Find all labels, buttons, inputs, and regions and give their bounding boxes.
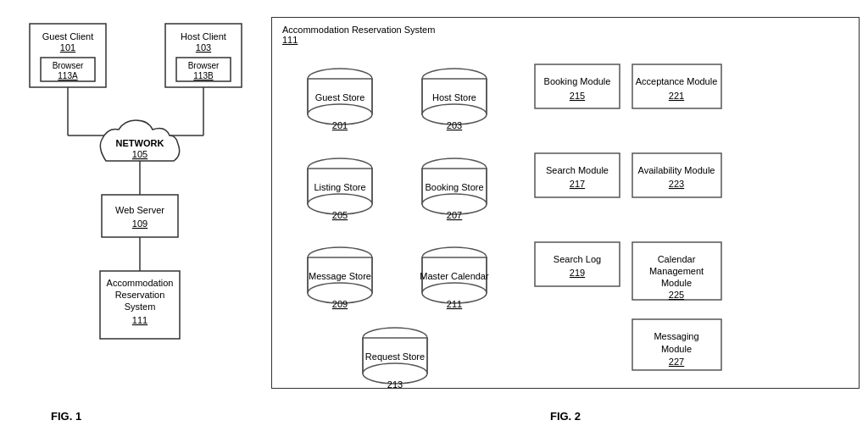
fig2-section: Accommodation Reservation System 111 Gue… (271, 8, 860, 440)
svg-text:Browser: Browser (53, 61, 84, 70)
svg-text:205: 205 (332, 210, 348, 220)
fig2-svg: Guest Store 201 Host Store 203 Listing S… (272, 18, 859, 388)
fig2-outer-box: Accommodation Reservation System 111 Gue… (271, 17, 860, 389)
svg-text:223: 223 (669, 179, 684, 189)
svg-text:Search Log: Search Log (554, 254, 601, 264)
svg-text:217: 217 (570, 179, 585, 189)
svg-text:209: 209 (332, 299, 348, 309)
fig1-label: FIG. 1 (51, 410, 81, 423)
svg-text:113B: 113B (193, 71, 214, 80)
svg-text:211: 211 (447, 299, 462, 309)
svg-rect-80 (632, 64, 721, 108)
svg-text:105: 105 (132, 149, 147, 159)
svg-text:Management: Management (649, 266, 704, 276)
svg-text:213: 213 (387, 379, 403, 388)
svg-text:101: 101 (60, 42, 75, 53)
svg-text:215: 215 (570, 91, 585, 101)
diagram-container: Guest Client 101 Browser 113A Host Clien… (0, 0, 868, 448)
svg-text:Guest Store: Guest Store (315, 92, 365, 102)
svg-rect-77 (535, 64, 620, 108)
svg-text:103: 103 (196, 42, 211, 53)
svg-text:201: 201 (332, 120, 348, 130)
svg-text:Module: Module (661, 344, 692, 354)
svg-rect-19 (102, 195, 178, 237)
svg-rect-86 (632, 153, 721, 197)
svg-text:Messaging: Messaging (654, 331, 698, 341)
svg-text:113A: 113A (58, 71, 78, 80)
svg-text:Booking Store: Booking Store (425, 182, 483, 192)
svg-text:Module: Module (661, 278, 692, 288)
svg-text:Message Store: Message Store (309, 271, 371, 281)
svg-text:Booking Module: Booking Module (544, 76, 611, 86)
svg-text:Accommodation: Accommodation (107, 278, 174, 288)
svg-text:Master Calendar: Master Calendar (420, 271, 489, 281)
svg-text:Host Client: Host Client (181, 31, 226, 41)
svg-text:Browser: Browser (188, 61, 220, 70)
fig1-inner: Guest Client 101 Browser 113A Host Clien… (17, 17, 254, 415)
svg-text:Web Server: Web Server (115, 205, 164, 215)
svg-text:Reservation: Reservation (115, 290, 165, 300)
fig2-label: FIG. 2 (550, 410, 581, 423)
svg-text:Host Store: Host Store (432, 92, 476, 102)
svg-text:System: System (125, 301, 156, 312)
svg-text:Calendar: Calendar (658, 254, 696, 264)
svg-text:Search Module: Search Module (546, 165, 609, 175)
svg-text:109: 109 (132, 218, 147, 229)
svg-text:Acceptance Module: Acceptance Module (636, 76, 718, 86)
svg-rect-89 (535, 242, 620, 286)
svg-text:207: 207 (447, 210, 462, 220)
svg-text:221: 221 (669, 91, 684, 101)
fig1-section: Guest Client 101 Browser 113A Host Clien… (8, 8, 263, 440)
svg-text:Availability Module: Availability Module (638, 165, 715, 175)
fig1-svg: Guest Client 101 Browser 113A Host Clien… (17, 17, 254, 407)
svg-text:Request Store: Request Store (365, 351, 425, 362)
svg-text:Guest Client: Guest Client (42, 31, 94, 41)
svg-text:111: 111 (132, 315, 147, 325)
svg-text:Listing Store: Listing Store (314, 182, 365, 192)
svg-rect-83 (535, 153, 620, 197)
svg-text:227: 227 (669, 357, 684, 367)
svg-text:225: 225 (669, 290, 684, 300)
svg-text:219: 219 (570, 268, 585, 278)
svg-text:NETWORK: NETWORK (116, 138, 164, 148)
svg-text:203: 203 (447, 120, 462, 130)
